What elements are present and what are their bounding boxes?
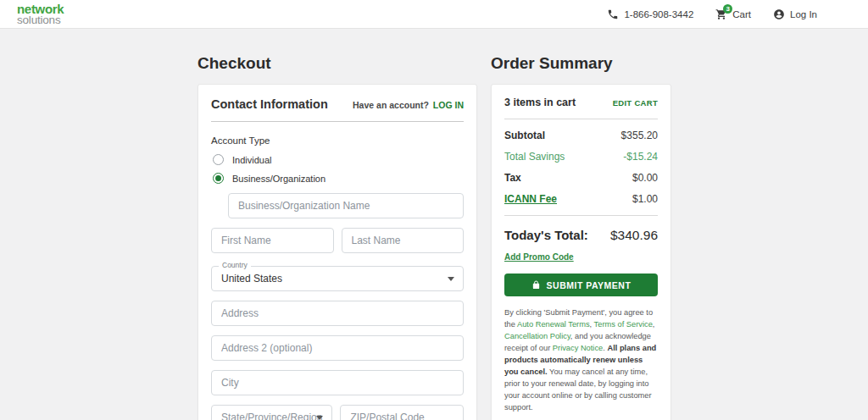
radio-business-label: Business/Organization xyxy=(232,174,326,184)
todays-total-label: Today's Total: xyxy=(504,228,588,242)
radio-individual-circle[interactable] xyxy=(213,154,224,165)
order-summary-column: Order Summary 3 items in cart EDIT CART … xyxy=(491,54,671,420)
name-row xyxy=(211,228,464,253)
account-prompt: Have an account? xyxy=(353,100,429,110)
total-savings-label: Total Savings xyxy=(504,151,565,163)
phone-icon xyxy=(607,8,619,20)
state-zip-row: State/Province/Region xyxy=(211,405,464,420)
subtotal-value: $355.20 xyxy=(621,130,658,141)
icann-fee-link[interactable]: ICANN Fee xyxy=(504,193,557,205)
address-input[interactable] xyxy=(211,301,464,326)
account-type-label: Account Type xyxy=(211,135,464,146)
icann-fee-row: ICANN Fee $1.00 xyxy=(504,193,658,205)
summary-divider-top xyxy=(504,119,658,119)
icann-fee-value: $1.00 xyxy=(632,193,658,205)
checkout-column: Checkout Contact Information Have an acc… xyxy=(198,54,477,420)
phone-contact[interactable]: 1-866-908-3442 xyxy=(607,8,693,20)
total-savings-value: -$15.24 xyxy=(623,151,658,163)
cart-button[interactable]: 3 Cart xyxy=(715,8,751,20)
radio-individual-label: Individual xyxy=(232,155,271,165)
top-header: network solutions 1-866-908-3442 3 Cart … xyxy=(0,0,868,29)
login-button[interactable]: Log In xyxy=(773,8,817,20)
add-promo-code-link[interactable]: Add Promo Code xyxy=(504,252,574,262)
legal-link[interactable]: Cancellation Policy xyxy=(504,332,570,340)
login-label: Log In xyxy=(790,9,817,19)
lock-icon xyxy=(531,280,541,290)
logo-line-solutions: solutions xyxy=(17,14,64,26)
first-name-input[interactable] xyxy=(211,228,334,253)
contact-info-header: Contact Information Have an account? LOG… xyxy=(211,97,464,111)
contact-info-heading: Contact Information xyxy=(211,97,328,111)
cart-count-badge: 3 xyxy=(723,4,732,14)
edit-cart-link[interactable]: EDIT CART xyxy=(613,98,658,108)
tax-row: Tax $0.00 xyxy=(504,172,658,184)
legal-link[interactable]: Auto Renewal Terms xyxy=(517,320,590,329)
country-select[interactable]: Country United States xyxy=(211,266,464,291)
subtotal-row: Subtotal $355.20 xyxy=(504,130,658,141)
zip-input[interactable] xyxy=(340,405,464,420)
network-solutions-logo[interactable]: network solutions xyxy=(17,3,64,26)
cart-label: Cart xyxy=(732,9,751,19)
state-placeholder[interactable]: State/Province/Region xyxy=(211,405,332,420)
summary-header: 3 items in cart EDIT CART xyxy=(504,97,658,108)
todays-total-row: Today's Total: $340.96 xyxy=(504,228,658,243)
business-name-input[interactable] xyxy=(228,193,464,218)
total-savings-row: Total Savings -$15.24 xyxy=(504,151,658,163)
radio-business-circle[interactable] xyxy=(213,173,224,184)
tax-value: $0.00 xyxy=(632,172,658,184)
country-value[interactable]: United States xyxy=(211,266,464,291)
log-in-link[interactable]: LOG IN xyxy=(433,100,464,110)
summary-divider-bottom xyxy=(504,215,658,216)
contact-information-card: Contact Information Have an account? LOG… xyxy=(198,84,477,420)
main-content: Checkout Contact Information Have an acc… xyxy=(0,29,868,420)
contact-divider xyxy=(211,121,464,122)
tax-label: Tax xyxy=(504,172,521,184)
header-actions: 1-866-908-3442 3 Cart Log In xyxy=(607,8,817,20)
city-input[interactable] xyxy=(211,370,464,395)
legal-disclaimer: By clicking 'Submit Payment', you agree … xyxy=(504,307,658,413)
state-select[interactable]: State/Province/Region xyxy=(211,405,332,420)
subtotal-label: Subtotal xyxy=(504,130,545,141)
have-account-text: Have an account? LOG IN xyxy=(353,100,464,110)
todays-total-value: $340.96 xyxy=(610,228,658,243)
items-in-cart: 3 items in cart xyxy=(504,97,576,108)
submit-payment-label: SUBMIT PAYMENT xyxy=(547,280,632,290)
country-float-label: Country xyxy=(219,261,251,269)
last-name-input[interactable] xyxy=(342,228,465,253)
legal-link[interactable]: Privacy Notice xyxy=(553,344,603,352)
order-summary-card: 3 items in cart EDIT CART Subtotal $355.… xyxy=(491,84,671,420)
radio-business[interactable]: Business/Organization xyxy=(213,173,464,184)
user-icon xyxy=(773,8,785,20)
address2-input[interactable] xyxy=(211,335,464,361)
order-summary-title: Order Summary xyxy=(491,54,671,73)
submit-payment-button[interactable]: SUBMIT PAYMENT xyxy=(504,274,658,296)
cart-icon-wrap: 3 xyxy=(715,8,727,20)
checkout-title: Checkout xyxy=(198,54,477,73)
phone-number: 1-866-908-3442 xyxy=(624,9,693,19)
radio-individual[interactable]: Individual xyxy=(213,154,464,165)
legal-link[interactable]: Terms of Service xyxy=(594,320,653,329)
